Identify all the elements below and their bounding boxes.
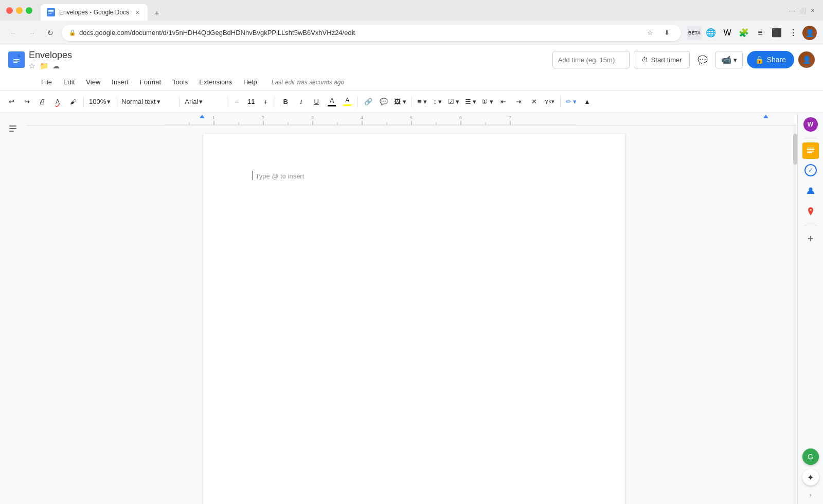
browser-extensions: BETA 🌐 W 🧩 ≡ ⬛ ⋮ 👤 — [687, 26, 817, 40]
add-time-input[interactable] — [552, 51, 630, 68]
comment-button[interactable]: 💬 — [694, 51, 711, 68]
minimize-window-button[interactable] — [16, 7, 23, 14]
gemini-button[interactable]: G — [802, 448, 819, 465]
active-tab[interactable]: Envelopes - Google Docs ✕ — [41, 4, 148, 21]
svg-rect-33 — [807, 148, 814, 149]
new-tab-button[interactable]: + — [150, 6, 164, 21]
undo-button[interactable]: ↩ — [4, 94, 19, 110]
chrome-extension-1[interactable]: 🌐 — [704, 26, 718, 40]
redo-button[interactable]: ↪ — [20, 94, 34, 110]
style-select[interactable]: Normal text ▾ — [119, 95, 176, 109]
docs-logo[interactable] — [8, 51, 25, 68]
close-window-button[interactable] — [6, 7, 13, 14]
contacts-icon — [806, 186, 816, 196]
sheets-icon — [806, 146, 816, 156]
tasks-panel-button[interactable]: ✓ — [801, 161, 820, 179]
maximize-window-button[interactable] — [26, 7, 32, 14]
back-button[interactable]: ← — [6, 26, 21, 40]
text-color-button[interactable]: A — [325, 94, 339, 110]
window-controls: — ⬜ ✕ — [788, 6, 817, 14]
favorite-icon[interactable]: ☆ — [29, 62, 35, 70]
toolbar-sep-7 — [412, 96, 412, 107]
outline-toggle-button[interactable] — [6, 121, 20, 136]
profile-button[interactable]: 👤 — [802, 26, 817, 40]
font-size-increase[interactable]: + — [259, 96, 272, 108]
maps-icon — [806, 206, 816, 217]
smart-compose-button[interactable]: ✏ ▾ — [564, 94, 579, 110]
svg-text:2: 2 — [262, 115, 264, 120]
insert-comment-button[interactable]: 💬 — [377, 94, 391, 110]
spellcheck-button[interactable]: A — [50, 94, 65, 110]
menu-file[interactable]: File — [36, 76, 57, 88]
svg-rect-1 — [48, 10, 54, 11]
document-title[interactable]: Envelopes — [29, 50, 72, 61]
bookmark-button[interactable]: ☆ — [643, 26, 657, 40]
folder-icon[interactable]: 📁 — [40, 62, 48, 70]
chrome-extension-2[interactable]: W — [720, 26, 735, 40]
reload-button[interactable]: ↻ — [43, 26, 58, 40]
sheets-panel-button[interactable] — [802, 142, 819, 159]
ruler-right-marker[interactable] — [763, 115, 768, 118]
font-size-control: − 11 + — [230, 96, 272, 108]
insert-link-button[interactable]: 🔗 — [361, 94, 375, 110]
highlight-button[interactable]: A — [340, 94, 354, 110]
bullet-list-button[interactable]: ☰ ▾ — [463, 94, 479, 110]
insert-image-button[interactable]: 🖼 ▾ — [392, 94, 408, 110]
toolbar-sep-3 — [179, 96, 180, 107]
ai-assist-button[interactable]: ✦ — [802, 469, 819, 485]
start-timer-button[interactable]: ⏱ Start timer — [634, 51, 690, 68]
document-scroll-area[interactable]: Type @ to insert — [35, 125, 793, 504]
paint-format-button[interactable]: 🖌 — [66, 94, 80, 110]
font-size-value[interactable]: 11 — [243, 98, 259, 105]
font-select[interactable]: Arial ▾ — [183, 95, 224, 109]
collaborator-avatar[interactable]: W — [803, 117, 818, 132]
line-spacing-button[interactable]: ↕ ▾ — [431, 94, 445, 110]
contacts-panel-button[interactable] — [801, 182, 820, 200]
share-lock-icon: 🔒 — [755, 56, 764, 64]
download-button[interactable]: ⬇ — [659, 26, 674, 40]
underline-button[interactable]: U — [309, 94, 324, 110]
cloud-icon[interactable]: ☁ — [52, 62, 60, 70]
address-bar: ← → ↻ 🔒 docs.google.com/document/d/1v5nH… — [0, 21, 823, 45]
add-panel-button[interactable]: + — [801, 229, 820, 248]
chrome-extension-3[interactable]: ≡ — [753, 26, 767, 40]
menu-edit[interactable]: Edit — [58, 76, 80, 88]
chrome-extension-puzzle[interactable]: 🧩 — [737, 26, 751, 40]
menu-tools[interactable]: Tools — [167, 76, 193, 88]
expand-sidebar-button[interactable]: › — [806, 490, 816, 500]
scrollbar-track[interactable] — [793, 125, 797, 504]
menu-view[interactable]: View — [81, 76, 105, 88]
increase-indent-button[interactable]: ⇥ — [512, 94, 526, 110]
checklist-button[interactable]: ☑ ▾ — [446, 94, 462, 110]
style-value: Normal text — [121, 98, 155, 105]
scrollbar-thumb[interactable] — [793, 134, 797, 165]
user-avatar[interactable]: 👤 — [798, 51, 815, 68]
italic-button[interactable]: I — [294, 94, 308, 110]
bold-button[interactable]: B — [278, 94, 293, 110]
numbered-list-button[interactable]: ① ▾ — [479, 94, 495, 110]
align-button[interactable]: ≡ ▾ — [415, 94, 430, 110]
print-button[interactable]: 🖨 — [35, 94, 49, 110]
menu-help[interactable]: Help — [238, 76, 262, 88]
menu-format[interactable]: Format — [135, 76, 166, 88]
tab-close-button[interactable]: ✕ — [133, 8, 141, 16]
menu-extensions[interactable]: Extensions — [194, 76, 237, 88]
decrease-indent-button[interactable]: ⇤ — [496, 94, 511, 110]
chrome-cast-icon[interactable]: ⬛ — [770, 26, 784, 40]
menu-insert[interactable]: Insert — [106, 76, 134, 88]
document-page[interactable]: Type @ to insert — [203, 134, 625, 504]
font-size-decrease[interactable]: − — [230, 96, 243, 108]
document-content[interactable]: Type @ to insert — [253, 171, 576, 181]
forward-button[interactable]: → — [25, 26, 39, 40]
chrome-settings[interactable]: ⋮ — [786, 26, 800, 40]
collapse-toolbar-button[interactable]: ▲ — [580, 94, 594, 110]
meet-button[interactable]: 📹 ▾ — [715, 51, 743, 68]
svg-text:4: 4 — [361, 115, 363, 120]
share-button[interactable]: 🔒 Share — [747, 51, 794, 68]
zoom-select[interactable]: 100% ▾ — [87, 95, 113, 109]
equations-button[interactable]: YK ▾ — [543, 94, 557, 110]
ruler-content: 1 2 3 4 5 6 7 — [165, 113, 772, 125]
maps-panel-button[interactable] — [801, 202, 820, 221]
clear-formatting-button[interactable]: ✕ — [527, 94, 542, 110]
url-bar[interactable]: 🔒 docs.google.com/document/d/1v5nHDH4QdG… — [62, 25, 681, 41]
